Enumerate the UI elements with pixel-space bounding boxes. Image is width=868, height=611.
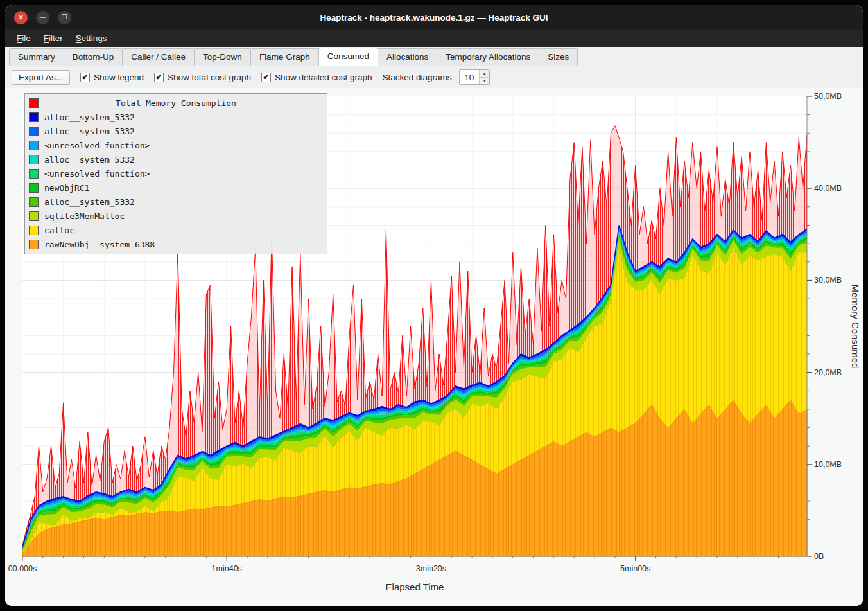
- checkbox-show-total-cost-graph[interactable]: ✔Show total cost graph: [154, 73, 251, 82]
- y-tick-label: 50,0MB: [814, 92, 842, 101]
- legend-swatch: [29, 112, 39, 122]
- y-tick-label: 0B: [814, 552, 824, 561]
- tab-consumed[interactable]: Consumed: [318, 48, 378, 66]
- legend-label: <unresolved function>: [44, 169, 150, 179]
- legend-row: rawNewObj__system_6388: [25, 237, 327, 251]
- spinner-up-icon[interactable]: ▲: [480, 70, 489, 78]
- legend-row: alloc__system_5332: [25, 195, 327, 209]
- x-tick-label: 00.000s: [8, 564, 37, 573]
- menu-item-file[interactable]: File: [10, 31, 37, 45]
- tab-summary[interactable]: Summary: [9, 48, 64, 66]
- maximize-button[interactable]: ❒: [58, 11, 71, 24]
- minimize-icon: —: [40, 14, 46, 21]
- stacked-diagrams-label: Stacked diagrams:: [383, 73, 455, 82]
- menubar: FileFilterSettings: [5, 30, 863, 47]
- legend-label: alloc__system_5332: [44, 197, 135, 207]
- y-axis-title: Memory Consumed: [850, 285, 861, 369]
- y-tick-label: 20,0MB: [814, 368, 842, 377]
- toolbar-checkboxes: ✔Show legend✔Show total cost graph✔Show …: [80, 73, 372, 82]
- legend-swatch: [29, 141, 39, 150]
- legend-row: sqlite3MemMalloc: [25, 209, 327, 223]
- legend-row: newObjRC1: [25, 181, 327, 195]
- minimize-button[interactable]: —: [36, 11, 49, 24]
- tab-caller-callee[interactable]: Caller / Callee: [122, 48, 195, 66]
- legend-swatch: [29, 197, 39, 207]
- spinner-down-icon[interactable]: ▼: [480, 78, 489, 85]
- checkbox-label: Show legend: [94, 73, 144, 82]
- close-icon: ✕: [18, 14, 24, 21]
- checkbox-icon[interactable]: ✔: [261, 73, 271, 82]
- checkbox-icon[interactable]: ✔: [80, 73, 90, 82]
- x-axis-title: Elapsed Time: [386, 581, 444, 592]
- tab-allocations[interactable]: Allocations: [378, 48, 437, 66]
- legend-label: rawNewObj__system_6388: [44, 240, 155, 249]
- y-tick-label: 30,0MB: [814, 276, 842, 285]
- legend-swatch: [29, 240, 39, 249]
- legend-swatch: [29, 183, 39, 193]
- checkbox-icon[interactable]: ✔: [154, 73, 164, 82]
- legend-title: Total Memory Consumption: [44, 98, 323, 108]
- tab-temporary-allocations[interactable]: Temporary Allocations: [437, 48, 539, 66]
- legend-row: <unresolved function>: [25, 138, 327, 152]
- heaptrack-window: ✕ — ❒ Heaptrack - heaptrack.wakunode.1.g…: [5, 5, 863, 606]
- legend-swatch: [29, 155, 39, 164]
- x-tick-label: 5min00s: [620, 564, 650, 573]
- titlebar[interactable]: ✕ — ❒ Heaptrack - heaptrack.wakunode.1.g…: [5, 5, 863, 30]
- legend-label: alloc__system_5332: [44, 127, 135, 136]
- legend-row: calloc: [25, 223, 327, 237]
- stacked-diagrams-spinner[interactable]: 10 ▲ ▼: [459, 69, 490, 85]
- checkbox-label: Show detailed cost graph: [275, 73, 372, 82]
- tab-bottom-up[interactable]: Bottom-Up: [64, 48, 123, 66]
- tabbar: SummaryBottom-UpCaller / CalleeTop-DownF…: [5, 47, 863, 66]
- legend-row: alloc__system_5332: [25, 110, 327, 124]
- maximize-icon: ❒: [62, 14, 67, 21]
- chart-panel: 0B10,0MB20,0MB30,0MB40,0MB50,0MB00.000s1…: [5, 88, 863, 606]
- legend-label: alloc__system_5332: [44, 155, 135, 164]
- legend-row: alloc__system_5332: [25, 152, 327, 166]
- legend-label: alloc__system_5332: [44, 112, 135, 122]
- legend-label: calloc: [44, 226, 74, 235]
- window-title: Heaptrack - heaptrack.wakunode.1.gz — He…: [5, 13, 863, 22]
- legend-row: alloc__system_5332: [25, 124, 327, 138]
- y-tick-label: 10,0MB: [814, 460, 842, 469]
- y-tick-label: 40,0MB: [814, 184, 842, 193]
- export-as-button[interactable]: Export As...: [12, 70, 70, 85]
- toolbar: Export As... ✔Show legend✔Show total cos…: [5, 66, 863, 88]
- legend-swatch: [29, 226, 39, 235]
- tab-sizes[interactable]: Sizes: [539, 48, 578, 66]
- close-button[interactable]: ✕: [14, 11, 28, 24]
- stacked-diagrams-value[interactable]: 10: [460, 70, 479, 84]
- tab-top-down[interactable]: Top-Down: [194, 48, 251, 66]
- x-tick-label: 1min40s: [212, 564, 242, 573]
- legend-swatch: [29, 98, 39, 108]
- legend-swatch: [29, 169, 39, 179]
- legend-label: sqlite3MemMalloc: [44, 211, 125, 221]
- x-tick-label: 3min20s: [416, 564, 446, 573]
- legend-row: <unresolved function>: [25, 166, 327, 181]
- checkbox-show-detailed-cost-graph[interactable]: ✔Show detailed cost graph: [261, 73, 372, 82]
- legend-swatch: [29, 127, 39, 136]
- screen: ✕ — ❒ Heaptrack - heaptrack.wakunode.1.g…: [0, 0, 868, 611]
- tab-flame-graph[interactable]: Flame Graph: [250, 48, 319, 66]
- legend-label: newObjRC1: [44, 183, 89, 193]
- checkbox-show-legend[interactable]: ✔Show legend: [80, 73, 144, 82]
- menu-item-filter[interactable]: Filter: [37, 31, 69, 45]
- chart-legend: Total Memory Consumptionalloc__system_53…: [24, 93, 327, 254]
- legend-title-row: Total Memory Consumption: [25, 96, 327, 110]
- legend-swatch: [29, 211, 39, 221]
- menu-item-settings[interactable]: Settings: [69, 31, 114, 45]
- legend-label: <unresolved function>: [44, 141, 150, 150]
- checkbox-label: Show total cost graph: [168, 73, 251, 82]
